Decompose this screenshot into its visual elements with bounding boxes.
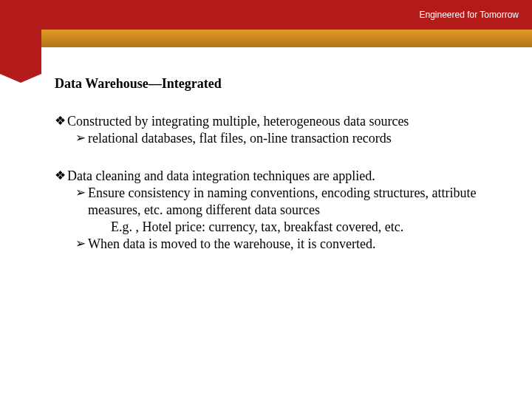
bullet-group-2: ❖ Data cleaning and data integration tec…	[55, 168, 502, 253]
bullet-group-1: ❖ Constructed by integrating multiple, h…	[55, 113, 502, 147]
sub-bullet-item: ➢ relational databases, flat files, on-l…	[75, 130, 502, 147]
bullet-text: E.g. , Hotel price: currency, tax, break…	[111, 219, 403, 234]
arrow-bullet-icon: ➢	[75, 185, 88, 219]
example-line: E.g. , Hotel price: currency, tax, break…	[111, 219, 502, 236]
bullet-text: When data is moved to the warehouse, it …	[88, 236, 502, 253]
arrow-bullet-icon: ➢	[75, 130, 88, 147]
left-notch-tip	[0, 74, 41, 83]
accent-bar	[0, 30, 532, 47]
diamond-bullet-icon: ❖	[55, 113, 67, 130]
slide-content: Data Warehouse—Integrated ❖ Constructed …	[55, 75, 502, 273]
bullet-text: Ensure consistency in naming conventions…	[88, 185, 502, 219]
sub-bullet-item: ➢ Ensure consistency in naming conventio…	[75, 185, 502, 219]
slide-title: Data Warehouse—Integrated	[55, 75, 502, 92]
header-tagline: Engineered for Tomorrow	[419, 10, 519, 20]
sub-bullet-item: ➢ When data is moved to the warehouse, i…	[75, 236, 502, 253]
diamond-bullet-icon: ❖	[55, 168, 67, 185]
bullet-text: Constructed by integrating multiple, het…	[67, 113, 502, 130]
left-notch	[0, 30, 41, 74]
bullet-item: ❖ Data cleaning and data integration tec…	[55, 168, 502, 185]
bullet-text: Data cleaning and data integration techn…	[67, 168, 502, 185]
bullet-text: relational databases, flat files, on-lin…	[88, 130, 502, 147]
header-bar: Engineered for Tomorrow	[0, 0, 532, 30]
arrow-bullet-icon: ➢	[75, 236, 88, 253]
bullet-item: ❖ Constructed by integrating multiple, h…	[55, 113, 502, 130]
